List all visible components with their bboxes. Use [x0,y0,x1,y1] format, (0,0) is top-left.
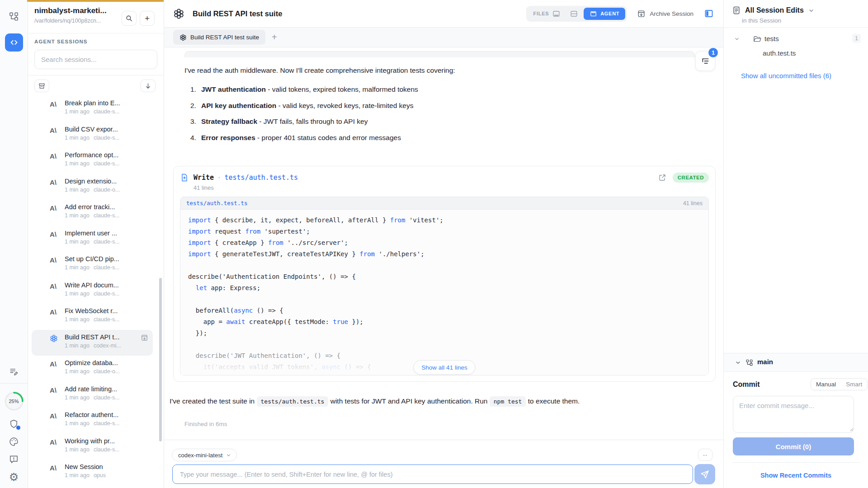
code-line: import { generateTestJWT, createTestAPIK… [188,249,708,260]
list-item: 1.JWT authentication - valid tokens, exp… [190,85,418,102]
workspaces-icon[interactable] [9,11,19,22]
security-icon[interactable] [9,419,19,429]
workspace-title: nimbalyst-marketi... [34,6,119,15]
anthropic-icon: A\ [50,204,57,212]
changelog-icon[interactable] [9,367,19,377]
session-item[interactable]: A\Write API docum...1 min agoclaude-s... [32,278,153,304]
session-item[interactable]: A\Implement user ...1 min agoclaude-s... [32,226,153,252]
code-icon [9,38,19,47]
session-item[interactable]: A\Optimize databa...1 min agoclaude-o... [32,356,153,382]
session-item[interactable]: A\Add error tracki...1 min agoclaude-s..… [32,200,153,226]
code-lines-count: 41 lines [683,200,703,206]
search-icon [125,14,133,22]
chevron-down-icon [226,452,231,458]
app-window: 25% [0,0,868,488]
session-model: claude-s... [94,316,120,323]
tool-file-path[interactable]: tests/auth.test.ts [224,174,298,182]
session-item[interactable]: A\Performance opt...1 min agoclaude-s... [32,148,153,174]
sidebar-toggle-icon [703,8,714,19]
session-meta: 1 min agoclaude-s... [65,212,153,219]
archived-filter-button[interactable] [34,80,49,92]
openai-logo-icon [173,8,184,19]
anthropic-icon: A\ [50,152,57,160]
session-model: claude-s... [94,446,120,453]
composer-more-button[interactable]: -- [698,449,712,461]
show-recent-commits-link[interactable]: Show Recent Commits [724,472,868,479]
tool-action: Write [193,174,214,182]
session-title: Design extensio... [65,178,144,185]
code-file-path[interactable]: tests/auth.test.ts [186,200,247,206]
tab-bar: Build REST API test suite + [164,28,723,47]
smart-mode-option[interactable]: Smart [841,381,867,388]
branch-name: main [757,358,773,366]
tree-folder-row[interactable]: tests 1 [724,33,868,46]
sort-button[interactable] [141,80,156,92]
session-item[interactable]: A\Build CSV expor...1 min agoclaude-s... [32,122,153,148]
new-session-button[interactable]: + [140,11,155,26]
files-view-button[interactable]: FILES [528,9,565,18]
code-block-header: tests/auth.test.ts 41 lines [180,197,708,210]
session-title: Build REST API test suite [193,9,282,18]
session-item[interactable]: Build REST API t...1 min agocodex-mi... [32,330,153,356]
settings-gear-icon[interactable]: ⚙ [9,472,19,483]
code-workspace-button[interactable] [5,33,23,52]
outline-button[interactable]: 1 [695,51,715,71]
new-tab-button[interactable]: + [272,32,277,42]
code-line: import { describe, it, expect, beforeAll… [188,215,708,226]
session-search-input[interactable] [41,56,151,63]
session-item[interactable]: A\Break plan into E...1 min agoclaude-s.… [32,99,153,122]
session-meta: 1 min agoclaude-o... [65,368,153,375]
message-input[interactable] [172,465,693,484]
session-item[interactable]: A\Refactor authent...1 min agoclaude-s..… [32,408,153,434]
session-time: 1 min ago [65,420,90,427]
session-time: 1 min ago [65,368,90,375]
show-uncommitted-link[interactable]: Show all uncommitted files (6) [741,72,831,80]
tab-active-session[interactable]: Build REST API test suite [173,30,265,45]
session-meta: 1 min agoclaude-s... [65,316,153,323]
code-line: let app: Express; [188,282,708,294]
anthropic-icon: A\ [50,386,57,394]
tool-call-card: Write · tests/auth.test.ts CR [173,166,716,382]
theme-palette-icon[interactable] [9,436,19,447]
usage-meter[interactable]: 25% [4,391,24,412]
archive-icon[interactable] [141,334,148,342]
code-line [188,339,708,350]
session-item[interactable]: A\Design extensio...1 min agoclaude-o... [32,174,153,200]
model-selector[interactable]: codex-mini-latest [172,449,237,461]
session-meta: 1 min agoopus [65,472,153,479]
agent-view-button[interactable]: AGENT [584,8,625,20]
session-item[interactable]: A\Add rate limiting...1 min agoclaude-s.… [32,382,153,408]
session-time: 1 min ago [65,291,90,297]
commit-button[interactable]: Commit (0) [733,437,854,455]
assistant-closing-message: I've created the test suite in tests/aut… [170,394,717,408]
show-all-lines-button[interactable]: Show all 41 lines [413,360,475,375]
session-list: A\Break plan into E...1 min agoclaude-s.… [28,99,164,488]
session-item[interactable]: A\New Session1 min agoopus [32,460,153,486]
sidebar-scrollbar[interactable] [159,278,162,441]
search-button[interactable] [122,11,137,26]
manual-mode-option[interactable]: Manual [811,381,841,388]
session-model: claude-s... [94,394,120,401]
session-item[interactable]: A\Set up CI/CD pip...1 min agoclaude-s..… [32,252,153,278]
code-content: import { describe, it, expect, beforeAll… [180,210,708,375]
commit-message-input[interactable] [733,396,854,433]
session-item[interactable]: A\Working with pr...1 min agoclaude-s... [32,434,153,460]
edits-scope-selector[interactable]: All Session Edits [732,6,815,15]
session-search-box[interactable] [34,50,157,69]
open-file-button[interactable] [658,174,666,182]
split-view-button[interactable] [564,9,584,18]
tree-file-item[interactable]: auth.test.ts [763,49,796,57]
branch-row[interactable]: main [724,353,868,372]
code-block: tests/auth.test.ts 41 lines import { des… [180,197,709,375]
archive-session-button[interactable]: Archive Session [637,9,693,18]
send-button[interactable] [694,464,715,484]
usage-percent: 25% [4,391,24,412]
session-title: Build CSV expor... [65,126,144,133]
right-panel-toggle-button[interactable] [703,8,714,19]
tool-lines-count: 41 lines [193,184,709,191]
send-plane-icon [700,469,710,479]
session-item[interactable]: A\Fix WebSocket r...1 min agoclaude-s... [32,304,153,330]
code-line: }); [188,328,708,339]
code-line: import request from 'supertest'; [188,226,708,237]
feedback-icon[interactable] [9,454,19,465]
